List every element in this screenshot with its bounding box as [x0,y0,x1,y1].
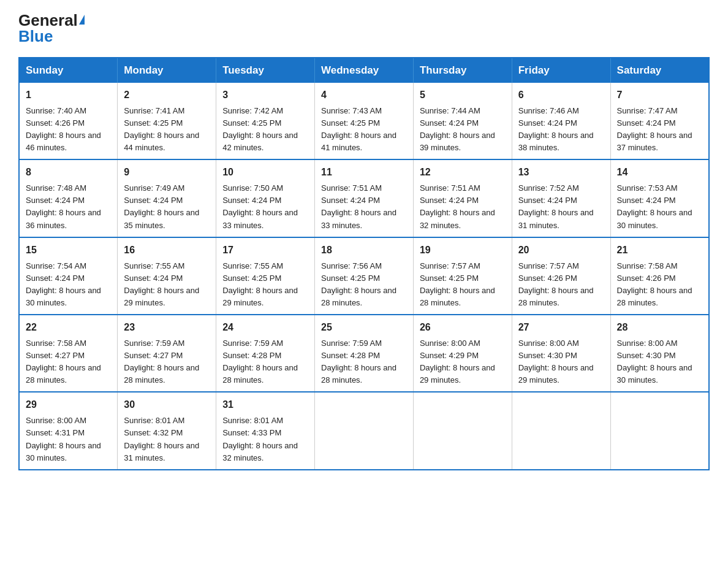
calendar-day-cell: 27 Sunrise: 8:00 AMSunset: 4:30 PMDaylig… [512,315,610,392]
calendar-day-cell: 24 Sunrise: 7:59 AMSunset: 4:28 PMDaylig… [216,315,315,392]
calendar-table: SundayMondayTuesdayWednesdayThursdayFrid… [18,57,710,470]
calendar-day-cell: 29 Sunrise: 8:00 AMSunset: 4:31 PMDaylig… [19,392,118,469]
day-number: 13 [518,165,604,180]
day-number: 29 [26,397,111,413]
logo-blue: Blue [18,27,53,46]
day-info: Sunrise: 7:44 AMSunset: 4:24 PMDaylight:… [420,106,495,152]
day-info: Sunrise: 7:58 AMSunset: 4:27 PMDaylight:… [26,339,101,385]
col-header-wednesday: Wednesday [315,58,414,83]
day-info: Sunrise: 7:49 AMSunset: 4:24 PMDaylight:… [124,183,199,229]
day-number: 20 [518,243,604,258]
day-info: Sunrise: 7:41 AMSunset: 4:25 PMDaylight:… [124,106,199,152]
day-info: Sunrise: 7:55 AMSunset: 4:24 PMDaylight:… [124,261,199,307]
calendar-day-cell: 3 Sunrise: 7:42 AMSunset: 4:25 PMDayligh… [216,83,315,159]
day-info: Sunrise: 7:42 AMSunset: 4:25 PMDaylight:… [222,106,298,152]
day-number: 10 [222,165,308,180]
day-info: Sunrise: 8:00 AMSunset: 4:30 PMDaylight:… [617,339,692,385]
logo-general: General [18,12,85,28]
day-number: 16 [124,243,210,258]
calendar-week-row: 15 Sunrise: 7:54 AMSunset: 4:24 PMDaylig… [19,237,709,315]
empty-cell [512,392,610,469]
day-info: Sunrise: 7:43 AMSunset: 4:25 PMDaylight:… [321,106,396,152]
calendar-day-cell: 2 Sunrise: 7:41 AMSunset: 4:25 PMDayligh… [118,83,216,159]
day-number: 22 [26,320,111,335]
day-number: 12 [420,165,506,180]
day-number: 31 [222,397,308,413]
day-number: 17 [222,243,308,258]
day-info: Sunrise: 7:52 AMSunset: 4:24 PMDaylight:… [518,183,594,229]
calendar-day-cell: 6 Sunrise: 7:46 AMSunset: 4:24 PMDayligh… [512,83,610,159]
col-header-sunday: Sunday [19,58,118,83]
calendar-day-cell: 14 Sunrise: 7:53 AMSunset: 4:24 PMDaylig… [610,159,709,237]
day-number: 14 [617,165,702,180]
day-info: Sunrise: 7:51 AMSunset: 4:24 PMDaylight:… [321,183,396,229]
calendar-day-cell: 28 Sunrise: 8:00 AMSunset: 4:30 PMDaylig… [610,315,709,392]
calendar-day-cell: 20 Sunrise: 7:57 AMSunset: 4:26 PMDaylig… [512,237,610,315]
calendar-day-cell: 1 Sunrise: 7:40 AMSunset: 4:26 PMDayligh… [19,83,118,159]
day-info: Sunrise: 7:53 AMSunset: 4:24 PMDaylight:… [617,183,692,229]
header-area: General Blue [18,12,710,46]
day-info: Sunrise: 7:55 AMSunset: 4:25 PMDaylight:… [222,261,298,307]
day-number: 25 [321,320,407,335]
col-header-friday: Friday [512,58,610,83]
col-header-tuesday: Tuesday [216,58,315,83]
calendar-day-cell: 5 Sunrise: 7:44 AMSunset: 4:24 PMDayligh… [413,83,512,159]
day-number: 9 [124,165,210,180]
logo: General Blue [18,12,85,46]
calendar-day-cell: 22 Sunrise: 7:58 AMSunset: 4:27 PMDaylig… [19,315,118,392]
calendar-day-cell: 13 Sunrise: 7:52 AMSunset: 4:24 PMDaylig… [512,159,610,237]
calendar-day-cell: 15 Sunrise: 7:54 AMSunset: 4:24 PMDaylig… [19,237,118,315]
calendar-day-cell: 30 Sunrise: 8:01 AMSunset: 4:32 PMDaylig… [118,392,216,469]
day-number: 4 [321,88,407,103]
col-header-saturday: Saturday [610,58,709,83]
calendar-day-cell: 17 Sunrise: 7:55 AMSunset: 4:25 PMDaylig… [216,237,315,315]
calendar-day-cell: 8 Sunrise: 7:48 AMSunset: 4:24 PMDayligh… [19,159,118,237]
day-info: Sunrise: 8:00 AMSunset: 4:29 PMDaylight:… [420,339,495,385]
day-number: 26 [420,320,506,335]
day-number: 1 [26,88,111,103]
calendar-day-cell: 23 Sunrise: 7:59 AMSunset: 4:27 PMDaylig… [118,315,216,392]
col-header-thursday: Thursday [413,58,512,83]
day-number: 7 [617,88,702,103]
day-number: 5 [420,88,506,103]
day-number: 2 [124,88,210,103]
day-info: Sunrise: 7:50 AMSunset: 4:24 PMDaylight:… [222,183,298,229]
day-info: Sunrise: 7:48 AMSunset: 4:24 PMDaylight:… [26,183,101,229]
calendar-header-row: SundayMondayTuesdayWednesdayThursdayFrid… [19,58,709,83]
calendar-day-cell: 16 Sunrise: 7:55 AMSunset: 4:24 PMDaylig… [118,237,216,315]
day-info: Sunrise: 7:56 AMSunset: 4:25 PMDaylight:… [321,261,396,307]
calendar-week-row: 8 Sunrise: 7:48 AMSunset: 4:24 PMDayligh… [19,159,709,237]
day-info: Sunrise: 8:01 AMSunset: 4:32 PMDaylight:… [124,416,199,462]
calendar-day-cell: 4 Sunrise: 7:43 AMSunset: 4:25 PMDayligh… [315,83,414,159]
calendar-day-cell: 19 Sunrise: 7:57 AMSunset: 4:25 PMDaylig… [413,237,512,315]
day-info: Sunrise: 7:59 AMSunset: 4:28 PMDaylight:… [321,339,396,385]
empty-cell [610,392,709,469]
day-number: 21 [617,243,702,258]
day-number: 11 [321,165,407,180]
calendar-day-cell: 21 Sunrise: 7:58 AMSunset: 4:26 PMDaylig… [610,237,709,315]
empty-cell [413,392,512,469]
day-number: 19 [420,243,506,258]
day-number: 30 [124,397,210,413]
day-number: 15 [26,243,111,258]
calendar-day-cell: 10 Sunrise: 7:50 AMSunset: 4:24 PMDaylig… [216,159,315,237]
calendar-day-cell: 18 Sunrise: 7:56 AMSunset: 4:25 PMDaylig… [315,237,414,315]
day-info: Sunrise: 8:01 AMSunset: 4:33 PMDaylight:… [222,416,298,462]
calendar-week-row: 29 Sunrise: 8:00 AMSunset: 4:31 PMDaylig… [19,392,709,469]
day-info: Sunrise: 7:46 AMSunset: 4:24 PMDaylight:… [518,106,594,152]
calendar-day-cell: 25 Sunrise: 7:59 AMSunset: 4:28 PMDaylig… [315,315,414,392]
day-number: 24 [222,320,308,335]
empty-cell [315,392,414,469]
calendar-day-cell: 9 Sunrise: 7:49 AMSunset: 4:24 PMDayligh… [118,159,216,237]
calendar-week-row: 22 Sunrise: 7:58 AMSunset: 4:27 PMDaylig… [19,315,709,392]
day-info: Sunrise: 7:54 AMSunset: 4:24 PMDaylight:… [26,261,101,307]
day-info: Sunrise: 8:00 AMSunset: 4:30 PMDaylight:… [518,339,594,385]
day-info: Sunrise: 7:59 AMSunset: 4:28 PMDaylight:… [222,339,298,385]
calendar-day-cell: 31 Sunrise: 8:01 AMSunset: 4:33 PMDaylig… [216,392,315,469]
day-info: Sunrise: 7:59 AMSunset: 4:27 PMDaylight:… [124,339,199,385]
calendar-day-cell: 12 Sunrise: 7:51 AMSunset: 4:24 PMDaylig… [413,159,512,237]
day-info: Sunrise: 7:57 AMSunset: 4:26 PMDaylight:… [518,261,594,307]
day-info: Sunrise: 7:47 AMSunset: 4:24 PMDaylight:… [617,106,692,152]
day-number: 18 [321,243,407,258]
day-number: 27 [518,320,604,335]
